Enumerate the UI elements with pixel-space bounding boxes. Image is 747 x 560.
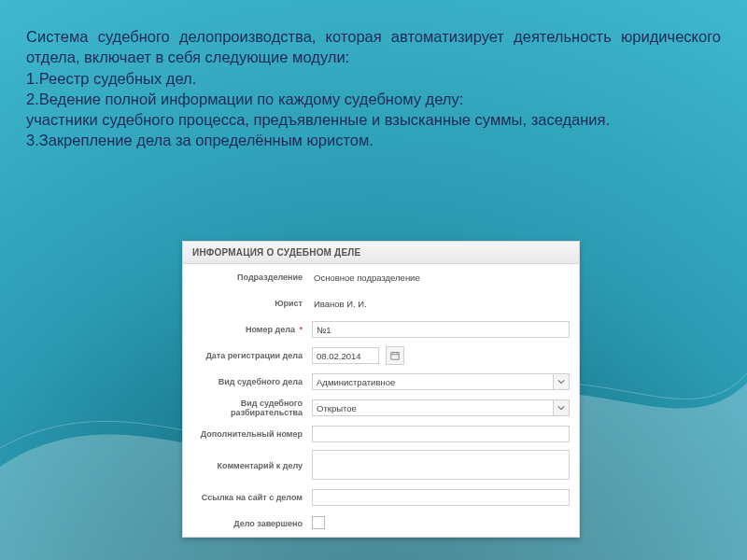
row-case-type: Вид судебного дела Административное [183,369,579,395]
label-reg-date: Дата регистрации дела [183,351,312,360]
proceeding-type-value: Открытое [317,403,357,413]
module-line-4: 3.Закрепление дела за определённым юрист… [26,130,721,150]
svg-rect-0 [390,353,398,360]
row-lawyer: Юрист Иванов И. И. [183,290,579,316]
label-case-number: Номер дела * [183,325,312,334]
row-reg-date: Дата регистрации дела [183,343,579,369]
module-line-3: участники судебного процесса, предъявлен… [26,109,721,130]
comment-textarea[interactable] [312,450,570,480]
label-subdivision: Подразделение [183,273,312,282]
label-comment: Комментарий к делу [183,461,312,470]
module-line-1: 1.Реестр судебных дел. [26,68,721,89]
label-closed: Дело завершено [183,519,312,528]
value-lawyer: Иванов И. И. [312,296,570,312]
reg-date-input[interactable] [312,347,379,364]
link-input[interactable] [312,489,570,506]
proceeding-type-select[interactable]: Открытое [312,399,570,416]
label-proceeding-type: Вид судебного разбирательства [183,399,312,417]
closed-checkbox[interactable] [312,516,325,529]
label-extra-number: Дополнительный номер [183,429,312,439]
row-extra-number: Дополнительный номер [183,421,579,447]
case-type-value: Административное [317,377,395,387]
case-form: ИНФОРМАЦИЯ О СУДЕБНОМ ДЕЛЕ Подразделение… [182,241,580,538]
row-link: Ссылка на сайт с делом [183,484,579,511]
intro-paragraph: Система судебного делопроизводства, кото… [26,26,721,68]
calendar-icon[interactable] [386,346,404,365]
row-closed: Дело завершено [183,511,579,537]
row-case-number: Номер дела * [183,316,579,343]
row-proceeding-type: Вид судебного разбирательства Открытое [183,395,579,421]
label-lawyer: Юрист [183,299,312,308]
label-link: Ссылка на сайт с делом [183,493,312,502]
chevron-down-icon [553,400,569,415]
extra-number-input[interactable] [312,426,570,442]
label-case-type: Вид судебного дела [183,377,312,386]
chevron-down-icon [553,374,569,389]
row-subdivision: Подразделение Основное подразделение [183,264,579,290]
case-type-select[interactable]: Административное [312,373,570,390]
description-text: Система судебного делопроизводства, кото… [26,26,721,151]
required-mark: * [299,325,303,334]
value-subdivision: Основное подразделение [312,270,570,286]
row-comment: Комментарий к делу [183,447,579,484]
module-line-2: 2.Ведение полной информации по каждому с… [26,89,721,109]
form-header: ИНФОРМАЦИЯ О СУДЕБНОМ ДЕЛЕ [183,242,579,264]
case-number-input[interactable] [312,321,570,338]
